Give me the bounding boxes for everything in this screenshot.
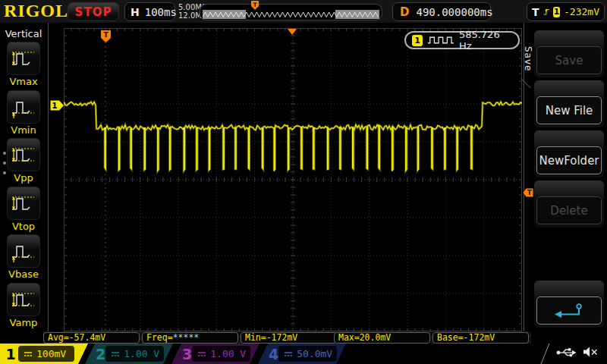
menu-item-vmin[interactable]: Vmin xyxy=(0,90,47,136)
menu-item-vpp[interactable]: Vpp xyxy=(0,138,47,184)
graticule-grid xyxy=(64,28,522,331)
trigger-source-badge: 1 xyxy=(553,7,560,17)
delay-center-marker-icon xyxy=(288,29,297,35)
new-file-button[interactable]: New File xyxy=(534,80,604,127)
counter-source-badge: 1 xyxy=(412,35,423,46)
waveform-display xyxy=(64,28,522,331)
return-button[interactable] xyxy=(534,281,604,328)
measurement-avg: Avg=-57.4mV xyxy=(43,332,140,344)
channel-number: 3 xyxy=(182,346,192,362)
trigger-delay-box[interactable]: D 490.000000ms xyxy=(392,2,491,21)
rising-edge-icon xyxy=(543,6,549,17)
vbase-icon[interactable] xyxy=(7,234,40,268)
svg-text:T: T xyxy=(103,30,109,39)
run-state-indicator: STOP xyxy=(68,2,119,21)
channel-scale-value: 1.00 V xyxy=(210,348,246,359)
record-strip xyxy=(203,10,379,19)
menu-item-vtop[interactable]: Vtop xyxy=(0,187,47,232)
trigger-label: T xyxy=(532,6,539,18)
save-button[interactable]: Save xyxy=(534,30,604,77)
menu-item-vmax[interactable]: Vmax xyxy=(0,42,47,87)
channel1-trace xyxy=(64,102,522,171)
measurement-max: Max=20.0mV xyxy=(334,332,430,344)
channel1-level-marker[interactable]: 1 xyxy=(50,100,64,111)
menu-item-label: Vamp xyxy=(0,317,47,328)
channel-scale-value: 100mV xyxy=(36,348,66,359)
channel-2-tab[interactable]: 21.00 V xyxy=(85,344,173,364)
delay-value: 490.000000ms xyxy=(416,6,492,18)
measurement-base: Base=-172mV xyxy=(432,332,529,344)
left-menu-title: Vertical xyxy=(0,28,47,39)
trigger-level-value: -232mV xyxy=(564,6,599,17)
timebase-value: 100ms xyxy=(145,6,177,18)
trigger-position-marker-icon[interactable]: T xyxy=(250,0,259,11)
menu-item-vbase[interactable]: Vbase xyxy=(0,234,47,280)
system-status-icons xyxy=(556,346,599,358)
button-label: New File xyxy=(546,104,593,118)
return-arrow-icon xyxy=(553,302,585,320)
frequency-counter: 1 585.726 Hz xyxy=(404,31,520,49)
menu-item-label: Vpp xyxy=(0,172,47,184)
top-bar: RIGOL STOP H 100ms 5.00MSa/s 12.0M pts T… xyxy=(0,0,607,23)
left-menu-divider xyxy=(48,23,49,343)
brand-logo: RIGOL xyxy=(4,1,68,21)
measurement-freq: Freq=***** xyxy=(142,332,238,344)
channel-scale-box: 1.00 V xyxy=(105,346,164,362)
measurement-min: Min=-172mV xyxy=(241,332,337,344)
channel-scale-value: 50.0mV xyxy=(297,348,332,359)
channel-4-tab[interactable]: 450.0mV xyxy=(258,344,346,364)
usb-icon xyxy=(556,347,577,358)
oscilloscope-screen: RIGOL STOP H 100ms 5.00MSa/s 12.0M pts T… xyxy=(0,0,607,364)
menu-item-vamp[interactable]: Vamp xyxy=(0,283,47,328)
newfolder-button[interactable]: NewFolder xyxy=(534,130,604,177)
button-label: Delete xyxy=(550,204,587,218)
channel-scale-box: 100mV xyxy=(18,346,74,362)
channel-status-bar: 1100mV21.00 V31.00 V450.0mV xyxy=(0,344,607,364)
trigger-position-flag[interactable]: T xyxy=(100,30,112,43)
channel-number: 1 xyxy=(3,346,18,362)
menu-item-label: Vtop xyxy=(0,221,47,232)
svg-text:1: 1 xyxy=(52,101,57,110)
delay-label: D xyxy=(400,5,409,19)
vtop-icon[interactable] xyxy=(7,187,40,220)
vpp-icon[interactable] xyxy=(7,138,40,171)
horizontal-position-bar[interactable]: T xyxy=(200,4,382,20)
vmax-icon[interactable] xyxy=(7,42,40,75)
menu-scroll-dots xyxy=(3,152,6,181)
save-tab-edge xyxy=(521,78,530,88)
channel-scale-box: 50.0mV xyxy=(278,346,337,362)
square-wave-icon xyxy=(427,35,454,46)
channel-scale-box: 1.00 V xyxy=(192,346,250,362)
dc-coupling-icon xyxy=(283,350,294,359)
dc-coupling-icon xyxy=(197,350,207,359)
channel-3-tab[interactable]: 31.00 V xyxy=(171,344,259,364)
channel-number: 4 xyxy=(269,346,278,362)
delete-button[interactable]: Delete xyxy=(534,180,604,228)
horizontal-label: H xyxy=(131,6,140,18)
menu-item-label: Vbase xyxy=(0,268,47,280)
trigger-level-marker[interactable]: T xyxy=(523,188,533,197)
horizontal-timebase-box[interactable]: H 100ms xyxy=(124,2,175,21)
trigger-settings-box[interactable]: T 1 -232mV xyxy=(527,2,605,21)
counter-value: 585.726 Hz xyxy=(459,29,512,52)
channel-number: 2 xyxy=(96,346,105,362)
menu-tab-save: Save xyxy=(523,42,533,77)
svg-text:T: T xyxy=(527,189,533,196)
speaker-muted-icon xyxy=(582,346,599,358)
dc-coupling-icon xyxy=(110,350,121,359)
menu-item-label: Vmin xyxy=(0,124,47,136)
run-state-label: STOP xyxy=(75,5,112,19)
menu-item-label: Vmax xyxy=(0,76,47,87)
button-label: Save xyxy=(555,54,583,67)
button-label: NewFolder xyxy=(539,154,599,168)
svg-text:T: T xyxy=(253,2,257,8)
channel-scale-value: 1.00 V xyxy=(124,348,159,359)
record-waveform-icon xyxy=(203,10,379,19)
dc-coupling-icon xyxy=(23,350,33,359)
vmin-icon[interactable] xyxy=(7,90,40,124)
vamp-icon[interactable] xyxy=(7,283,40,316)
channel-1-tab[interactable]: 1100mV xyxy=(0,344,88,364)
